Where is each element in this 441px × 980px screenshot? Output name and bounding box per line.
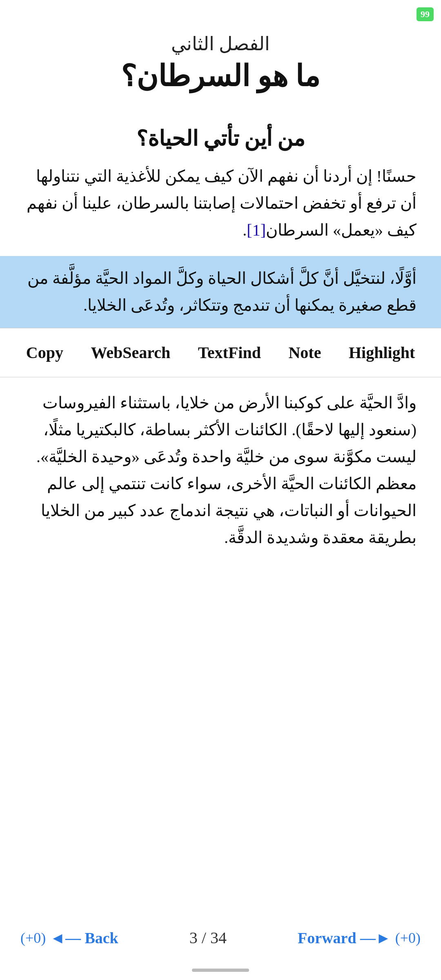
chapter-header: الفصل الثاني ما هو السرطان؟ xyxy=(0,0,441,114)
section-heading: من أين تأتي الحياة؟ xyxy=(0,114,441,163)
forward-button[interactable]: Forward —► xyxy=(298,929,391,947)
chapter-subtitle: الفصل الثاني xyxy=(0,33,441,55)
back-offset: (+0) xyxy=(20,929,46,947)
note-button[interactable]: Note xyxy=(280,340,329,365)
copy-button[interactable]: Copy xyxy=(18,340,71,365)
page-indicator: 3 / 34 xyxy=(189,928,227,947)
context-menu: Copy WebSearch TextFind Note Highlight xyxy=(0,328,441,377)
chapter-title: ما هو السرطان؟ xyxy=(0,59,441,94)
nav-left: (+0) ◄— Back xyxy=(20,929,118,947)
paragraph-2: وادَّ الحيَّة على كوكبنا الأرض من خلايا،… xyxy=(0,377,441,551)
paragraph-1: حسنًا! إن أردنا أن نفهم الآن كيف يمكن لل… xyxy=(0,163,441,244)
battery-indicator: 99 xyxy=(416,7,434,21)
back-button[interactable]: ◄— Back xyxy=(50,929,118,947)
home-indicator xyxy=(192,969,249,972)
nav-right: Forward —► (+0) xyxy=(298,929,421,947)
textfind-button[interactable]: TextFind xyxy=(190,340,269,365)
footnote-link[interactable]: [1] xyxy=(247,221,266,239)
highlighted-text: أوَّلًا، لنتخيَّل أنَّ كلَّ أشكال الحياة… xyxy=(0,256,441,328)
forward-offset: (+0) xyxy=(395,929,421,947)
websearch-button[interactable]: WebSearch xyxy=(82,340,178,365)
bottom-navigation: (+0) ◄— Back 3 / 34 Forward —► (+0) xyxy=(0,928,441,947)
highlight-button[interactable]: Highlight xyxy=(341,340,423,365)
